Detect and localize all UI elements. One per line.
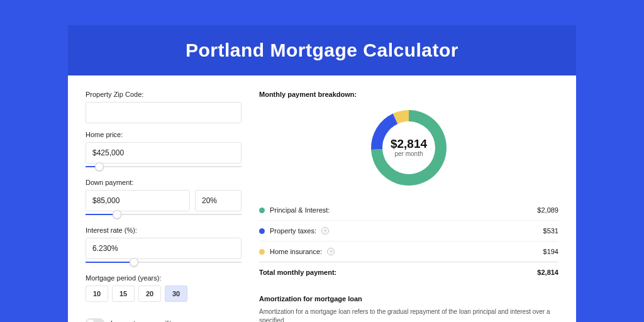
page-title: Portland Mortgage Calculator bbox=[186, 40, 458, 61]
slider-thumb[interactable] bbox=[130, 258, 138, 267]
zip-group: Property Zip Code: bbox=[86, 91, 242, 123]
period-tab-15[interactable]: 15 bbox=[112, 286, 135, 302]
legend-dot-icon bbox=[259, 208, 265, 213]
legend-dot-icon bbox=[259, 228, 265, 234]
donut-center-amount: $2,814 bbox=[391, 137, 428, 150]
breakdown-title: Monthly payment breakdown: bbox=[259, 91, 558, 98]
help-icon[interactable]: ? bbox=[321, 227, 329, 235]
mortgage-period-label: Mortgage period (years): bbox=[86, 274, 242, 282]
down-payment-slider[interactable] bbox=[86, 210, 242, 219]
down-payment-percent-input[interactable] bbox=[195, 190, 242, 211]
breakdown-left: Home insurance:? bbox=[259, 248, 335, 255]
down-payment-group: Down payment: bbox=[86, 179, 242, 219]
home-price-slider[interactable] bbox=[86, 162, 242, 171]
veteran-toggle-row: I am veteran or military bbox=[86, 318, 242, 322]
slider-thumb[interactable] bbox=[95, 162, 104, 171]
inputs-column: Property Zip Code: Home price: Down paym… bbox=[86, 91, 242, 312]
donut-chart: $2,814 per month bbox=[259, 103, 558, 196]
slider-fill bbox=[86, 262, 134, 263]
interest-rate-group: Interest rate (%): bbox=[86, 226, 242, 267]
calculator-card: Property Zip Code: Home price: Down paym… bbox=[68, 75, 576, 322]
home-price-label: Home price: bbox=[86, 131, 242, 138]
interest-rate-label: Interest rate (%): bbox=[86, 226, 242, 234]
mortgage-period-tabs: 10152030 bbox=[86, 286, 242, 302]
breakdown-value: $2,089 bbox=[537, 206, 558, 214]
slider-track bbox=[86, 166, 242, 167]
breakdown-row: Home insurance:?$194 bbox=[259, 242, 558, 262]
donut-center-sub: per month bbox=[394, 150, 423, 157]
home-price-input[interactable] bbox=[86, 142, 242, 164]
help-icon[interactable]: ? bbox=[327, 248, 335, 255]
breakdown-row: Principal & Interest:$2,089 bbox=[259, 200, 558, 221]
interest-rate-input[interactable] bbox=[86, 238, 242, 259]
breakdown-label: Property taxes: bbox=[270, 227, 316, 235]
down-payment-label: Down payment: bbox=[86, 179, 242, 186]
zip-label: Property Zip Code: bbox=[86, 91, 242, 98]
total-row: Total monthly payment: $2,814 bbox=[259, 262, 558, 282]
legend-dot-icon bbox=[259, 249, 265, 255]
amortization-title: Amortization for mortgage loan bbox=[259, 295, 558, 303]
breakdown-list: Principal & Interest:$2,089Property taxe… bbox=[259, 200, 558, 262]
period-tab-20[interactable]: 20 bbox=[138, 286, 161, 302]
period-tab-10[interactable]: 10 bbox=[86, 286, 108, 302]
interest-rate-slider[interactable] bbox=[86, 258, 242, 267]
zip-input[interactable] bbox=[86, 102, 242, 123]
breakdown-left: Property taxes:? bbox=[259, 227, 329, 235]
breakdown-label: Principal & Interest: bbox=[270, 206, 330, 214]
title-bar: Portland Mortgage Calculator bbox=[68, 25, 576, 75]
breakdown-column: Monthly payment breakdown: $2,814 per mo… bbox=[259, 91, 558, 312]
breakdown-label: Home insurance: bbox=[270, 248, 322, 255]
donut-svg: $2,814 per month bbox=[368, 107, 450, 189]
veteran-label: I am veteran or military bbox=[111, 319, 181, 322]
breakdown-value: $531 bbox=[543, 227, 558, 235]
total-label: Total monthly payment: bbox=[259, 269, 336, 276]
breakdown-row: Property taxes:?$531 bbox=[259, 221, 558, 242]
amortization-text: Amortization for a mortgage loan refers … bbox=[259, 308, 558, 322]
period-tab-30[interactable]: 30 bbox=[165, 286, 187, 302]
breakdown-left: Principal & Interest: bbox=[259, 206, 330, 214]
toggle-knob bbox=[87, 319, 94, 322]
total-value: $2,814 bbox=[537, 269, 558, 276]
down-payment-amount-input[interactable] bbox=[86, 190, 190, 211]
breakdown-value: $194 bbox=[543, 248, 558, 255]
mortgage-period-group: Mortgage period (years): 10152030 bbox=[86, 274, 242, 302]
home-price-group: Home price: bbox=[86, 131, 242, 171]
slider-thumb[interactable] bbox=[113, 210, 121, 219]
veteran-toggle[interactable] bbox=[86, 318, 104, 322]
